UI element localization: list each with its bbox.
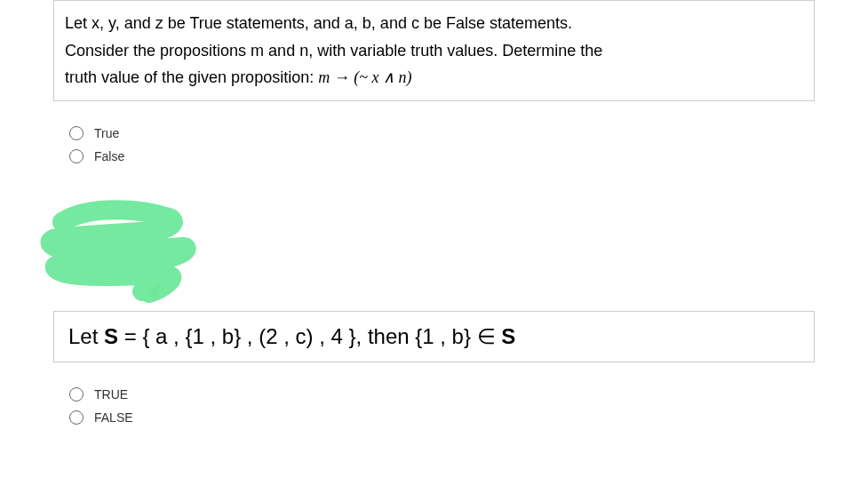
question1-text: Let x, y, and z be True statements, and … xyxy=(65,10,803,91)
radio-icon xyxy=(69,126,84,140)
q2-option-label: FALSE xyxy=(94,410,133,425)
annotation-area xyxy=(53,187,815,311)
q1-option-false[interactable]: False xyxy=(69,149,799,163)
q2-option-false[interactable]: FALSE xyxy=(69,410,799,425)
q2-option-label: TRUE xyxy=(94,387,128,401)
q2-body: = { a , {1 , b} , (2 , c) , 4 }, then {1… xyxy=(118,324,477,348)
question1-prompt-box: Let x, y, and z be True statements, and … xyxy=(53,0,815,101)
highlighter-scribble-icon xyxy=(36,187,231,311)
q1-line1: Let x, y, and z be True statements, and … xyxy=(65,14,572,32)
q2-option-true[interactable]: TRUE xyxy=(69,387,799,401)
q1-line3-prefix: truth value of the given proposition: xyxy=(65,68,318,86)
q1-option-true[interactable]: True xyxy=(69,126,799,140)
q2-setvar2: S xyxy=(496,324,516,348)
question1-options: True False xyxy=(53,112,815,178)
q1-option-label: True xyxy=(94,126,119,140)
radio-icon xyxy=(69,387,84,401)
question2-options: TRUE FALSE xyxy=(53,373,815,439)
q2-setvar: S xyxy=(104,324,118,348)
q1-line2: Consider the propositions m and n, with … xyxy=(65,42,602,60)
radio-icon xyxy=(69,410,84,425)
question2-prompt-box: Let S = { a , {1 , b} , (2 , c) , 4 }, t… xyxy=(53,311,815,362)
q1-formula: m → (~ x ∧ n) xyxy=(318,68,411,86)
q1-option-label: False xyxy=(94,149,124,163)
question2-text: Let S = { a , {1 , b} , (2 , c) , 4 }, t… xyxy=(68,324,800,349)
q2-prefix: Let xyxy=(68,324,104,348)
element-of-symbol: ∈ xyxy=(477,325,496,348)
radio-icon xyxy=(69,149,84,163)
